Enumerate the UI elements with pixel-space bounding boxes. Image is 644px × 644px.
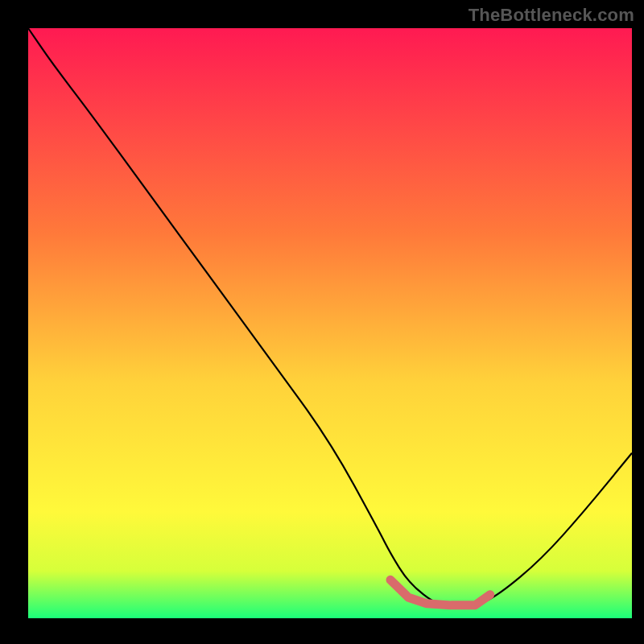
chart-container: TheBottleneck.com bbox=[0, 0, 644, 644]
bottleneck-chart bbox=[0, 0, 644, 644]
watermark-text: TheBottleneck.com bbox=[469, 5, 634, 26]
plot-background bbox=[28, 28, 632, 618]
